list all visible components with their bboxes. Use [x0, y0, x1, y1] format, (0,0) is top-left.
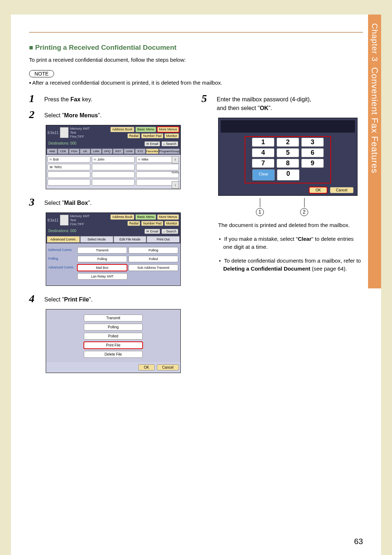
- tab-advanced-comm[interactable]: Advanced Comm.: [47, 236, 80, 243]
- left-column: 1 Press the Fax key. 2 Select "More Menu…: [29, 93, 191, 380]
- tab-xyz[interactable]: XYZ: [135, 149, 146, 154]
- number-pad-button[interactable]: Number Pad: [141, 221, 163, 226]
- tab-uvw[interactable]: UVW: [124, 149, 134, 154]
- tab-cde[interactable]: CDE: [58, 149, 68, 154]
- tab-ab[interactable]: #AB: [47, 149, 57, 154]
- doc-icon: [60, 215, 69, 226]
- more-menus-button[interactable]: More Menus: [157, 214, 179, 220]
- search-button[interactable]: ⌕ Search: [162, 141, 178, 146]
- chapter-title: Convenient Fax Features: [369, 67, 380, 173]
- key-clear[interactable]: Clear: [252, 169, 275, 181]
- step-4: 4 Select "Print File".: [29, 293, 191, 304]
- screenshot-keypad: 1 2 3 4 5 6 7 8 9 Clear: [218, 118, 358, 196]
- page-number: 63: [354, 537, 363, 546]
- envelope-icon: ✉: [49, 158, 52, 161]
- tab-fgh[interactable]: FGH: [69, 149, 79, 154]
- tab-print-out[interactable]: Print Out: [147, 236, 180, 243]
- address-book-button[interactable]: Address Book: [110, 127, 134, 132]
- keypad: 1 2 3 4 5 6 7 8 9 Clear: [245, 136, 331, 183]
- ok-button[interactable]: OK: [309, 187, 327, 193]
- right-column: 5 Enter the mailbox password (4-digit), …: [201, 93, 363, 380]
- note-badge: NOTE: [29, 70, 54, 77]
- key-5[interactable]: 5: [277, 148, 299, 157]
- cancel-button[interactable]: Cancel: [157, 364, 179, 370]
- screenshot-print-file: Transmit Polling Polled Print File Delet…: [46, 309, 181, 373]
- password-display: [221, 120, 355, 133]
- phone-icon: ☎: [49, 166, 53, 169]
- address-book-button[interactable]: Address Book: [110, 214, 134, 220]
- ok-button[interactable]: OK: [138, 364, 154, 370]
- key-6[interactable]: 6: [301, 148, 324, 157]
- monitor-button[interactable]: Monitor: [164, 221, 179, 226]
- basic-menu-button[interactable]: Basic Menu: [135, 127, 156, 132]
- alpha-tabs: #AB CDE FGH IJK LMN OPQ RST UVW XYZ Favo…: [46, 148, 180, 155]
- delete-file-button[interactable]: Delete File: [84, 351, 143, 358]
- polling-button[interactable]: Polling: [77, 256, 127, 262]
- search-button[interactable]: ⌕ Search: [162, 229, 178, 234]
- polling-button[interactable]: Polling: [128, 247, 178, 254]
- key-3[interactable]: 3: [301, 138, 324, 147]
- tab-ijk[interactable]: IJK: [80, 149, 90, 154]
- email-button[interactable]: ✉ Email: [144, 141, 160, 146]
- page: Chapter 3 Convenient Fax Features ■ Prin…: [11, 15, 381, 555]
- tab-program-group[interactable]: Program/Group: [159, 149, 180, 154]
- transmit-button[interactable]: Transmit: [84, 315, 143, 321]
- more-menus-button[interactable]: More Menus: [157, 127, 179, 132]
- callout-2: 2: [300, 208, 308, 216]
- top-rule: [29, 32, 363, 33]
- tab-lmn[interactable]: LMN: [91, 149, 101, 154]
- result-text: The document is printed and deleted from…: [218, 221, 363, 230]
- email-button[interactable]: ✉ Email: [144, 229, 160, 234]
- step-5: 5 Enter the mailbox password (4-digit), …: [201, 93, 363, 113]
- scroll-up-icon[interactable]: ↑: [172, 156, 179, 163]
- key-4[interactable]: 4: [252, 148, 274, 157]
- lan-relay-xmt-button[interactable]: Lan Relay XMT: [77, 273, 127, 280]
- polling-button[interactable]: Polling: [84, 324, 143, 331]
- key-0[interactable]: 0: [277, 169, 299, 181]
- key-9[interactable]: 9: [301, 159, 324, 168]
- transmit-button[interactable]: Transmit: [77, 247, 127, 254]
- key-1[interactable]: 1: [252, 138, 274, 147]
- doc-icon: [60, 127, 69, 138]
- step-1: 1 Press the Fax key.: [29, 93, 191, 104]
- callout-1: 1: [256, 208, 264, 216]
- chapter-side-tab: Chapter 3 Convenient Fax Features: [368, 15, 381, 288]
- polled-button[interactable]: Polled: [84, 333, 143, 340]
- contact-item[interactable]: ✉John: [92, 156, 135, 163]
- basic-menu-button[interactable]: Basic Menu: [135, 214, 156, 220]
- mail-box-button[interactable]: Mail Box: [77, 264, 127, 271]
- print-file-button[interactable]: Print File: [84, 342, 143, 349]
- chapter-label: Chapter 3: [370, 23, 379, 62]
- scroll-down-icon[interactable]: ↓: [172, 181, 179, 189]
- redial-button[interactable]: Redial: [127, 133, 140, 139]
- callouts: 1 2: [201, 198, 363, 216]
- redial-button[interactable]: Redial: [127, 221, 140, 226]
- step-3: 3 Select "Mail Box".: [29, 197, 191, 207]
- monitor-button[interactable]: Monitor: [164, 133, 179, 139]
- envelope-icon: ✉: [94, 158, 96, 161]
- screenshot-more-menus: 8.5x11 Memory XMT Text Fine,TIFF Address…: [46, 125, 181, 189]
- note-delete: To delete confidential documents from a …: [201, 257, 363, 273]
- tab-opq[interactable]: OPQ: [102, 149, 113, 154]
- polled-button[interactable]: Polled: [128, 256, 178, 262]
- tab-favorites[interactable]: Favorites: [146, 149, 159, 154]
- contact-item[interactable]: ✉Bob: [48, 156, 90, 163]
- step-2: 2 Select "More Menus".: [29, 109, 191, 120]
- section-heading: ■ Printing a Received Confidential Docum…: [29, 44, 363, 52]
- cancel-button[interactable]: Cancel: [330, 187, 354, 193]
- key-2[interactable]: 2: [277, 138, 299, 147]
- key-8[interactable]: 8: [277, 159, 299, 168]
- tab-rst[interactable]: RST: [113, 149, 123, 154]
- intro-text: To print a received confidential documen…: [29, 57, 363, 63]
- note-text: After a received confidential document i…: [29, 80, 363, 86]
- tab-select-mode[interactable]: Select Mode: [80, 236, 113, 243]
- contact-item[interactable]: ☎Tel01: [48, 164, 90, 170]
- envelope-icon: ✉: [138, 158, 140, 161]
- number-pad-button[interactable]: Number Pad: [141, 133, 163, 139]
- destinations-label: Destinations: 000: [48, 141, 76, 146]
- key-7[interactable]: 7: [252, 159, 274, 168]
- sub-address-transmit-button[interactable]: Sub Address Transmit: [128, 264, 178, 271]
- note-clear: If you make a mistake, select "Clear" to…: [201, 235, 363, 251]
- screenshot-mail-box: 8.5x11 Memory XMT Text Fine,TIFF Address…: [46, 212, 181, 286]
- tab-edit-file-mode[interactable]: Edit File Mode: [114, 236, 147, 243]
